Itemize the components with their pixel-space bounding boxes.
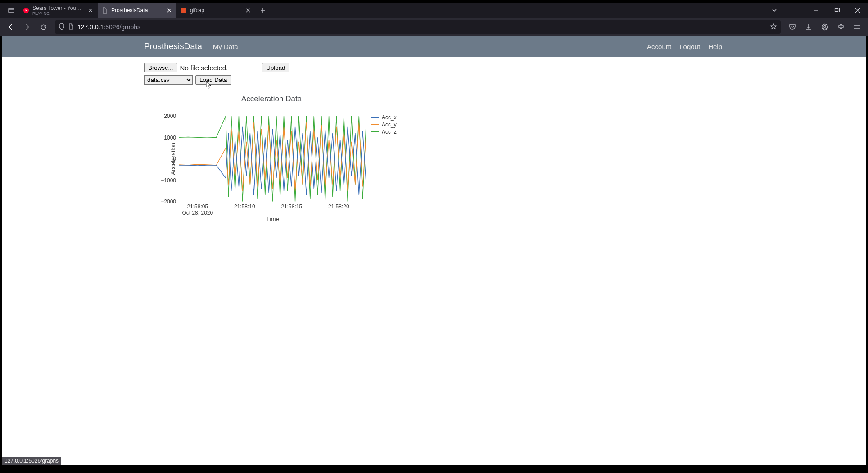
site-info-icon[interactable] [68,23,74,31]
bookmark-icon[interactable] [770,23,777,32]
save-pocket-button[interactable] [785,20,800,34]
tab-subtitle: PLAYING [32,11,84,16]
chart-legend: Acc_x Acc_y Acc_z [371,114,397,136]
brand[interactable]: ProsthesisData [144,41,202,51]
nav-toolbar: 127.0.0.1:5026/graphs [0,18,868,36]
tabs-dropdown-button[interactable] [761,3,788,18]
chart-xlabel: Time [266,216,279,222]
shield-icon[interactable] [59,23,65,32]
youtube-music-icon [23,7,30,14]
close-icon[interactable] [166,7,173,14]
legend-item: Acc_z [371,129,397,135]
close-window-button[interactable] [847,3,868,18]
nav-help[interactable]: Help [708,43,722,50]
tab-youtube-music[interactable]: Sears Tower - YouTube Music PLAYING [19,3,98,18]
page-body: Browse... No file selected. Upload data.… [2,57,866,237]
legend-swatch [371,124,379,125]
new-tab-button[interactable] [255,3,271,18]
file-status-text: No file selected. [180,64,228,72]
reload-button[interactable] [36,20,50,34]
legend-swatch [371,131,379,132]
svg-rect-2 [181,8,186,13]
load-data-button[interactable]: Load Data [195,75,231,85]
tab-title: ProsthesisData [111,7,163,14]
tab-title: gifcap [190,7,242,14]
tab-gifcap[interactable]: gifcap [176,3,255,18]
legend-swatch [371,117,379,118]
url-bar[interactable]: 127.0.0.1:5026/graphs [55,20,781,34]
app-navbar: ProsthesisData My Data Account Logout He… [2,36,866,57]
svg-rect-3 [835,9,838,12]
chart-title: Acceleration Data [149,95,393,104]
status-bar: 127.0.0.1:5026/graphs [2,457,61,465]
maximize-button[interactable] [827,3,847,18]
file-select[interactable]: data.csv [144,75,193,85]
nav-my-data[interactable]: My Data [213,43,238,50]
window-controls [761,3,868,18]
account-button[interactable] [818,20,832,34]
page-viewport: ProsthesisData My Data Account Logout He… [2,36,866,465]
recent-tabs-button[interactable] [4,3,19,18]
svg-point-5 [824,26,826,27]
legend-item: Acc_y [371,122,397,128]
nav-account[interactable]: Account [647,43,671,50]
tab-prosthesisdata[interactable]: ProsthesisData [98,3,176,18]
tab-title: Sears Tower - YouTube Music [32,5,84,11]
tab-strip: Sears Tower - YouTube Music PLAYING Pros… [0,3,868,18]
legend-item: Acc_x [371,114,397,121]
upload-button[interactable]: Upload [262,63,289,72]
url-text: 127.0.0.1:5026/graphs [77,23,766,31]
browse-button[interactable]: Browse... [144,63,177,72]
close-icon[interactable] [87,7,94,14]
minimize-button[interactable] [806,3,827,18]
app-menu-button[interactable] [850,20,864,34]
nav-logout[interactable]: Logout [679,43,700,50]
downloads-button[interactable] [801,20,816,34]
back-button[interactable] [4,20,18,34]
close-icon[interactable] [244,7,252,14]
svg-rect-0 [9,8,14,13]
chart-plot-area[interactable]: Acceleration Time −2000−100001000200021:… [178,116,366,202]
page-icon [101,7,108,14]
chart-card: Acceleration Data Acceleration Time −200… [144,87,399,237]
extensions-button[interactable] [834,20,848,34]
gifcap-icon [180,7,187,14]
forward-button[interactable] [20,20,34,34]
